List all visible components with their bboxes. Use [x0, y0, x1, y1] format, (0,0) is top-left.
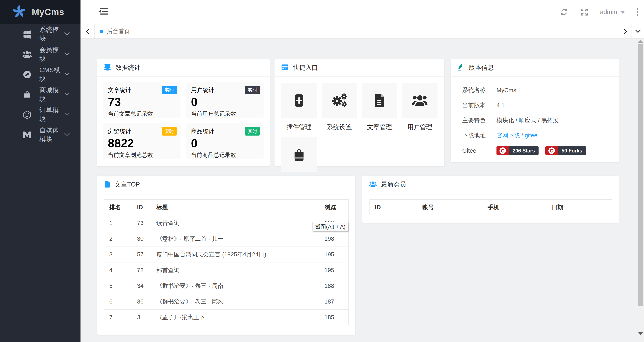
shortcut-settings[interactable]: 系统设置 — [322, 83, 357, 131]
realtime-badge: 实时 — [245, 86, 260, 94]
database-icon — [104, 64, 111, 72]
shortcut-label: 文章管理 — [362, 123, 397, 131]
table-row: 472 部首查询195 — [104, 262, 348, 278]
leaf-icon — [458, 64, 464, 72]
app-logo[interactable]: MyCms — [0, 0, 80, 24]
chevron-down-icon — [64, 92, 70, 97]
column-header: ID — [370, 200, 417, 215]
sidebar-item-cms[interactable]: CMS模块 — [0, 65, 80, 85]
column-header: 账号 — [417, 200, 482, 215]
copy-file-icon — [104, 180, 110, 189]
card-title: 最新会员 — [381, 180, 406, 189]
window-icon — [281, 64, 288, 72]
medium-icon — [22, 130, 32, 140]
shopping-bag-icon — [22, 90, 32, 99]
tab-bar: 后台首页 — [80, 24, 644, 39]
scroll-down-arrow-icon[interactable] — [638, 332, 643, 335]
shortcut-plugins[interactable]: 插件管理 — [281, 83, 317, 131]
version-row-label: 主要特色 — [457, 113, 491, 128]
stat-caption: 当前用户总记录数 — [191, 110, 259, 118]
pinwheel-logo-icon — [12, 4, 26, 20]
more-options-icon[interactable] — [637, 8, 638, 16]
sidebar-item-label: 系统模块 — [40, 25, 64, 43]
svg-text:G: G — [501, 148, 504, 153]
shortcut-articles[interactable]: 文章管理 — [362, 83, 397, 131]
stat-value: 8822 — [108, 137, 176, 150]
vertical-scrollbar[interactable] — [637, 39, 644, 342]
realtime-badge: 实时 — [245, 127, 260, 136]
table-row: 当前版本 4.1 — [457, 98, 614, 113]
stat-caption: 当前文章浏览总数 — [108, 151, 176, 159]
shortcut-label: 系统设置 — [322, 123, 357, 131]
gitee-link[interactable]: gitee — [525, 132, 537, 139]
gitee-forks-badge[interactable]: G 50 Forks — [546, 146, 586, 155]
sidebar-item-shop[interactable]: 商城模块 — [0, 85, 80, 105]
refresh-icon[interactable] — [560, 8, 568, 16]
scrollbar-thumb[interactable] — [638, 44, 644, 306]
tabs-scroll-right-icon[interactable] — [619, 24, 632, 39]
official-download-link[interactable]: 官网下载 — [496, 132, 520, 139]
sidebar-item-label: CMS模块 — [40, 66, 64, 83]
chevron-down-icon — [64, 133, 70, 137]
chevron-down-icon — [64, 32, 70, 37]
caret-down-icon — [620, 11, 625, 14]
column-header: 标题 — [151, 200, 319, 215]
table-row: 系统名称 MyCms — [457, 83, 614, 98]
members-table: ID 账号 手机 日期 — [370, 199, 612, 215]
collapse-sidebar-icon[interactable] — [98, 7, 108, 16]
app-title: MyCms — [32, 7, 64, 17]
card-header: 版本信息 — [451, 59, 620, 77]
user-menu[interactable]: admin — [600, 9, 625, 16]
shopping-bag-icon — [281, 137, 317, 172]
card-title: 快捷入口 — [293, 64, 318, 72]
version-row-value: 模块化 / 响应式 / 易拓展 — [491, 113, 614, 128]
fullscreen-icon[interactable] — [580, 8, 588, 16]
version-row-label: Gitee — [457, 143, 491, 158]
stat-articles: 文章统计 实时 73 当前文章总记录数 — [103, 82, 180, 118]
file-text-icon — [362, 83, 397, 118]
tabs-menu-icon[interactable] — [632, 24, 644, 39]
gears-icon — [322, 83, 357, 118]
stat-users: 用户统计 实时 0 当前用户总记录数 — [186, 82, 264, 118]
stat-caption: 当前文章总记录数 — [108, 110, 176, 118]
windows-icon — [22, 30, 32, 39]
stats-grid: 文章统计 实时 73 当前文章总记录数 用户统计 实时 0 当前用户总记录数 浏… — [97, 77, 270, 165]
badge-text: 206 Stars — [509, 146, 538, 155]
card-shortcuts: 快捷入口 插件管理 — [274, 59, 444, 166]
main-content: 数据统计 文章统计 实时 73 当前文章总记录数 用户统计 实时 0 当前用户总… — [80, 39, 644, 342]
order-hexagon-icon — [22, 110, 32, 119]
sidebar-item-orders[interactable]: 订单模块 — [0, 105, 80, 125]
users-icon — [402, 83, 438, 118]
table-row: 230 《意林》· 原序二首 · 其一198 — [104, 231, 348, 247]
scroll-up-arrow-icon[interactable] — [638, 40, 643, 43]
sidebar-item-media[interactable]: 自媒体模块 — [0, 125, 80, 145]
download-links: 官网下载 / gitee — [491, 128, 614, 143]
version-row-value: 4.1 — [491, 98, 614, 113]
shortcut-label: 用户管理 — [402, 123, 438, 131]
column-header: 浏览 — [319, 200, 348, 215]
stat-value: 0 — [191, 96, 259, 108]
card-header: 快捷入口 — [274, 59, 444, 77]
table-row: 636 《群书治要》· 卷三 · 鄘风187 — [104, 294, 348, 309]
gitee-stars-badge[interactable]: G 206 Stars — [496, 146, 538, 155]
top-header: admin — [80, 0, 644, 24]
tab-home[interactable]: 后台首页 — [94, 24, 135, 39]
card-header: 文章TOP — [97, 176, 356, 193]
table-header-row: ID 账号 手机 日期 — [370, 200, 612, 215]
table-row: 173 读音查询199 — [104, 215, 348, 231]
sidebar-item-members[interactable]: 会员模块 — [0, 44, 80, 65]
tab-spacer — [135, 24, 619, 39]
column-header: 日期 — [546, 200, 612, 215]
table-header-row: 排名 ID 标题 浏览 — [104, 200, 348, 215]
shortcut-users[interactable]: 用户管理 — [402, 83, 438, 131]
gitee-badges: G 206 Stars G 50 Forks — [491, 143, 614, 158]
stat-value: 0 — [191, 137, 259, 150]
svg-text:G: G — [550, 148, 554, 153]
sidebar-item-label: 会员模块 — [40, 46, 64, 63]
tabs-scroll-left-icon[interactable] — [80, 24, 94, 39]
link-separator: / — [522, 132, 523, 139]
chevron-down-icon — [64, 72, 70, 77]
badge-text: 50 Forks — [558, 146, 586, 155]
card-article-top: 文章TOP 排名 ID 标题 浏览 173 读音查询199 230 《意林》· … — [97, 176, 356, 335]
sidebar-item-system[interactable]: 系统模块 — [0, 24, 80, 44]
